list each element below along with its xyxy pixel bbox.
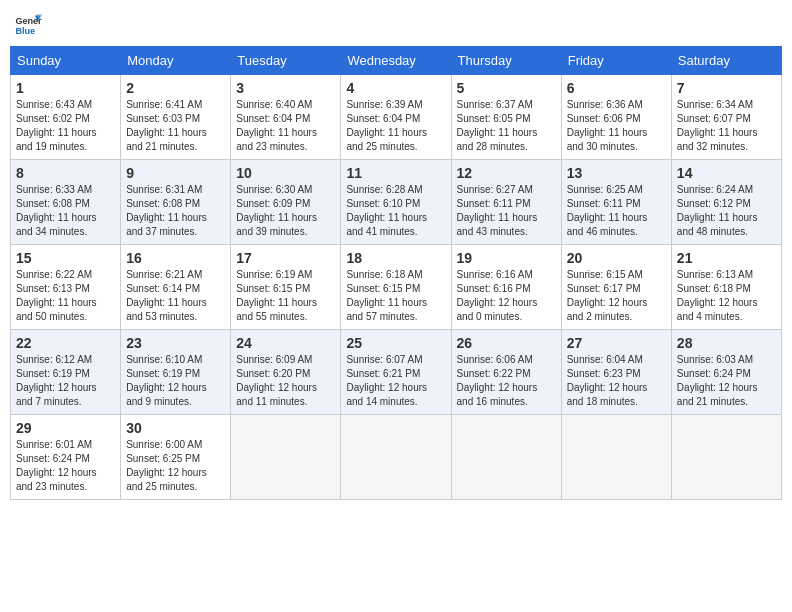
day-info: Sunrise: 6:12 AMSunset: 6:19 PMDaylight:… <box>16 353 115 409</box>
calendar-cell: 17Sunrise: 6:19 AMSunset: 6:15 PMDayligh… <box>231 245 341 330</box>
day-info: Sunrise: 6:36 AMSunset: 6:06 PMDaylight:… <box>567 98 666 154</box>
day-number: 21 <box>677 250 776 266</box>
calendar-cell: 1Sunrise: 6:43 AMSunset: 6:02 PMDaylight… <box>11 75 121 160</box>
calendar-cell: 16Sunrise: 6:21 AMSunset: 6:14 PMDayligh… <box>121 245 231 330</box>
header-cell-wednesday: Wednesday <box>341 47 451 75</box>
day-info: Sunrise: 6:06 AMSunset: 6:22 PMDaylight:… <box>457 353 556 409</box>
day-number: 28 <box>677 335 776 351</box>
calendar-table: SundayMondayTuesdayWednesdayThursdayFrid… <box>10 46 782 500</box>
calendar-cell: 9Sunrise: 6:31 AMSunset: 6:08 PMDaylight… <box>121 160 231 245</box>
calendar-cell <box>231 415 341 500</box>
day-info: Sunrise: 6:28 AMSunset: 6:10 PMDaylight:… <box>346 183 445 239</box>
calendar-cell <box>561 415 671 500</box>
calendar-cell: 24Sunrise: 6:09 AMSunset: 6:20 PMDayligh… <box>231 330 341 415</box>
svg-text:Blue: Blue <box>15 26 35 36</box>
day-number: 6 <box>567 80 666 96</box>
header-cell-friday: Friday <box>561 47 671 75</box>
day-info: Sunrise: 6:18 AMSunset: 6:15 PMDaylight:… <box>346 268 445 324</box>
day-info: Sunrise: 6:22 AMSunset: 6:13 PMDaylight:… <box>16 268 115 324</box>
day-info: Sunrise: 6:24 AMSunset: 6:12 PMDaylight:… <box>677 183 776 239</box>
day-number: 19 <box>457 250 556 266</box>
header-row: SundayMondayTuesdayWednesdayThursdayFrid… <box>11 47 782 75</box>
calendar-cell: 26Sunrise: 6:06 AMSunset: 6:22 PMDayligh… <box>451 330 561 415</box>
day-info: Sunrise: 6:16 AMSunset: 6:16 PMDaylight:… <box>457 268 556 324</box>
day-number: 16 <box>126 250 225 266</box>
day-number: 22 <box>16 335 115 351</box>
calendar-cell <box>451 415 561 500</box>
calendar-cell: 6Sunrise: 6:36 AMSunset: 6:06 PMDaylight… <box>561 75 671 160</box>
calendar-cell: 15Sunrise: 6:22 AMSunset: 6:13 PMDayligh… <box>11 245 121 330</box>
day-info: Sunrise: 6:31 AMSunset: 6:08 PMDaylight:… <box>126 183 225 239</box>
day-number: 17 <box>236 250 335 266</box>
day-number: 23 <box>126 335 225 351</box>
calendar-cell: 27Sunrise: 6:04 AMSunset: 6:23 PMDayligh… <box>561 330 671 415</box>
header-cell-monday: Monday <box>121 47 231 75</box>
calendar-cell: 30Sunrise: 6:00 AMSunset: 6:25 PMDayligh… <box>121 415 231 500</box>
day-info: Sunrise: 6:07 AMSunset: 6:21 PMDaylight:… <box>346 353 445 409</box>
calendar-cell: 20Sunrise: 6:15 AMSunset: 6:17 PMDayligh… <box>561 245 671 330</box>
day-info: Sunrise: 6:37 AMSunset: 6:05 PMDaylight:… <box>457 98 556 154</box>
day-number: 20 <box>567 250 666 266</box>
calendar-cell: 21Sunrise: 6:13 AMSunset: 6:18 PMDayligh… <box>671 245 781 330</box>
day-number: 24 <box>236 335 335 351</box>
calendar-cell: 14Sunrise: 6:24 AMSunset: 6:12 PMDayligh… <box>671 160 781 245</box>
calendar-cell: 18Sunrise: 6:18 AMSunset: 6:15 PMDayligh… <box>341 245 451 330</box>
day-number: 12 <box>457 165 556 181</box>
calendar-cell <box>341 415 451 500</box>
calendar-week-0: 1Sunrise: 6:43 AMSunset: 6:02 PMDaylight… <box>11 75 782 160</box>
day-info: Sunrise: 6:19 AMSunset: 6:15 PMDaylight:… <box>236 268 335 324</box>
header-cell-saturday: Saturday <box>671 47 781 75</box>
day-info: Sunrise: 6:30 AMSunset: 6:09 PMDaylight:… <box>236 183 335 239</box>
day-info: Sunrise: 6:41 AMSunset: 6:03 PMDaylight:… <box>126 98 225 154</box>
day-info: Sunrise: 6:39 AMSunset: 6:04 PMDaylight:… <box>346 98 445 154</box>
day-info: Sunrise: 6:25 AMSunset: 6:11 PMDaylight:… <box>567 183 666 239</box>
day-number: 3 <box>236 80 335 96</box>
calendar-cell <box>671 415 781 500</box>
day-number: 1 <box>16 80 115 96</box>
calendar-cell: 5Sunrise: 6:37 AMSunset: 6:05 PMDaylight… <box>451 75 561 160</box>
calendar-cell: 2Sunrise: 6:41 AMSunset: 6:03 PMDaylight… <box>121 75 231 160</box>
calendar-cell: 25Sunrise: 6:07 AMSunset: 6:21 PMDayligh… <box>341 330 451 415</box>
day-info: Sunrise: 6:40 AMSunset: 6:04 PMDaylight:… <box>236 98 335 154</box>
day-number: 15 <box>16 250 115 266</box>
day-info: Sunrise: 6:34 AMSunset: 6:07 PMDaylight:… <box>677 98 776 154</box>
day-info: Sunrise: 6:10 AMSunset: 6:19 PMDaylight:… <box>126 353 225 409</box>
calendar-cell: 8Sunrise: 6:33 AMSunset: 6:08 PMDaylight… <box>11 160 121 245</box>
day-number: 2 <box>126 80 225 96</box>
day-info: Sunrise: 6:04 AMSunset: 6:23 PMDaylight:… <box>567 353 666 409</box>
day-info: Sunrise: 6:21 AMSunset: 6:14 PMDaylight:… <box>126 268 225 324</box>
day-number: 7 <box>677 80 776 96</box>
day-number: 27 <box>567 335 666 351</box>
day-info: Sunrise: 6:33 AMSunset: 6:08 PMDaylight:… <box>16 183 115 239</box>
header-cell-sunday: Sunday <box>11 47 121 75</box>
logo-icon: General Blue <box>14 10 42 38</box>
day-info: Sunrise: 6:43 AMSunset: 6:02 PMDaylight:… <box>16 98 115 154</box>
day-info: Sunrise: 6:15 AMSunset: 6:17 PMDaylight:… <box>567 268 666 324</box>
calendar-week-1: 8Sunrise: 6:33 AMSunset: 6:08 PMDaylight… <box>11 160 782 245</box>
day-number: 29 <box>16 420 115 436</box>
calendar-cell: 23Sunrise: 6:10 AMSunset: 6:19 PMDayligh… <box>121 330 231 415</box>
calendar-cell: 28Sunrise: 6:03 AMSunset: 6:24 PMDayligh… <box>671 330 781 415</box>
day-number: 5 <box>457 80 556 96</box>
day-number: 10 <box>236 165 335 181</box>
day-number: 9 <box>126 165 225 181</box>
day-number: 30 <box>126 420 225 436</box>
day-info: Sunrise: 6:13 AMSunset: 6:18 PMDaylight:… <box>677 268 776 324</box>
day-number: 25 <box>346 335 445 351</box>
calendar-cell: 12Sunrise: 6:27 AMSunset: 6:11 PMDayligh… <box>451 160 561 245</box>
day-number: 14 <box>677 165 776 181</box>
calendar-cell: 11Sunrise: 6:28 AMSunset: 6:10 PMDayligh… <box>341 160 451 245</box>
calendar-week-4: 29Sunrise: 6:01 AMSunset: 6:24 PMDayligh… <box>11 415 782 500</box>
calendar-week-3: 22Sunrise: 6:12 AMSunset: 6:19 PMDayligh… <box>11 330 782 415</box>
calendar-cell: 29Sunrise: 6:01 AMSunset: 6:24 PMDayligh… <box>11 415 121 500</box>
calendar-cell: 3Sunrise: 6:40 AMSunset: 6:04 PMDaylight… <box>231 75 341 160</box>
day-info: Sunrise: 6:00 AMSunset: 6:25 PMDaylight:… <box>126 438 225 494</box>
calendar-cell: 10Sunrise: 6:30 AMSunset: 6:09 PMDayligh… <box>231 160 341 245</box>
logo: General Blue <box>14 10 42 38</box>
calendar-cell: 4Sunrise: 6:39 AMSunset: 6:04 PMDaylight… <box>341 75 451 160</box>
header-cell-tuesday: Tuesday <box>231 47 341 75</box>
header-cell-thursday: Thursday <box>451 47 561 75</box>
day-number: 13 <box>567 165 666 181</box>
day-number: 26 <box>457 335 556 351</box>
calendar-cell: 7Sunrise: 6:34 AMSunset: 6:07 PMDaylight… <box>671 75 781 160</box>
